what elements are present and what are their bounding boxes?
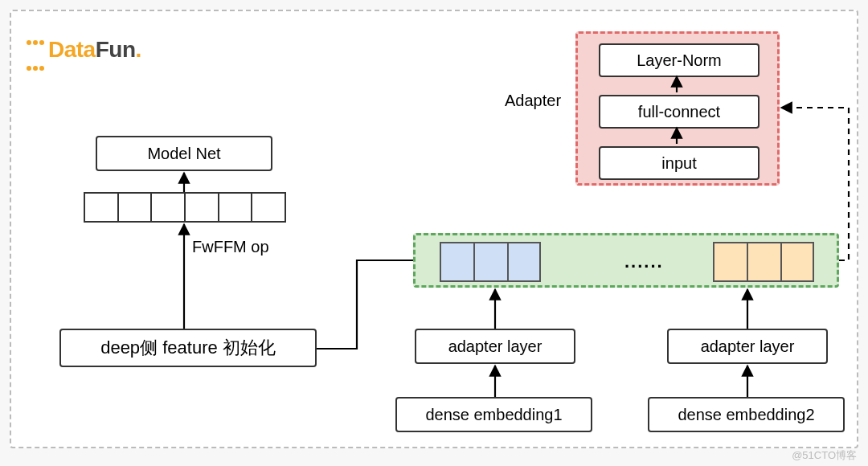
embedding-row: [84, 192, 286, 223]
adapter-module-panel: Layer-Norm full-connect input: [575, 31, 780, 186]
label-fwffm-op: FwFFM op: [192, 238, 269, 256]
node-full-connect-label: full-connect: [638, 103, 720, 121]
green-embedding-panel: ······: [413, 233, 839, 288]
watermark: @51CTO博客: [792, 448, 857, 463]
embedding-cell: [440, 242, 473, 282]
node-full-connect: full-connect: [599, 95, 760, 129]
logo-dot: .: [136, 37, 141, 62]
logo-text-1: Data: [48, 37, 96, 62]
embedding-cell: [747, 242, 780, 282]
embedding-cell: [117, 192, 151, 223]
node-input: input: [599, 146, 760, 180]
node-dense-embedding-1: dense embedding1: [395, 397, 592, 432]
logo-datafun: DataFun.: [26, 26, 141, 77]
label-adapter: Adapter: [505, 92, 561, 110]
node-layer-norm-label: Layer-Norm: [637, 51, 722, 70]
node-deep-feature-init: deep侧 feature 初始化: [59, 329, 317, 367]
diagram-frame: DataFun. Model Net FwFFM op deep侧 featur…: [10, 10, 858, 448]
node-layer-norm: Layer-Norm: [599, 43, 760, 77]
node-adapter-layer-1-label: adapter layer: [448, 337, 542, 356]
node-dense-embedding-1-label: dense embedding1: [425, 406, 562, 424]
embedding-cell: [218, 192, 252, 223]
ellipsis-icon: ······: [624, 256, 664, 277]
embedding-cell: [507, 242, 541, 282]
node-adapter-layer-2: adapter layer: [667, 329, 828, 364]
node-adapter-layer-2-label: adapter layer: [701, 337, 795, 356]
embedding-cell: [150, 192, 184, 223]
logo-dots-icon: [26, 26, 45, 77]
pretrained-embedding-orange: [713, 242, 814, 282]
embedding-cell: [84, 192, 117, 223]
embedding-cell: [251, 192, 286, 223]
node-deep-feature-init-label: deep侧 feature 初始化: [100, 336, 276, 360]
pretrained-embedding-blue: [440, 242, 541, 282]
node-input-label: input: [661, 154, 696, 173]
embedding-cell: [473, 242, 507, 282]
logo-text-2: Fun: [96, 37, 136, 62]
embedding-cell: [184, 192, 218, 223]
node-model-net: Model Net: [96, 136, 272, 171]
node-model-net-label: Model Net: [147, 145, 220, 163]
node-dense-embedding-2: dense embedding2: [648, 397, 845, 432]
node-adapter-layer-1: adapter layer: [415, 329, 575, 364]
embedding-cell: [713, 242, 747, 282]
connector-green-to-deepfeat: [317, 260, 413, 349]
embedding-cell: [780, 242, 814, 282]
node-dense-embedding-2-label: dense embedding2: [678, 406, 814, 424]
